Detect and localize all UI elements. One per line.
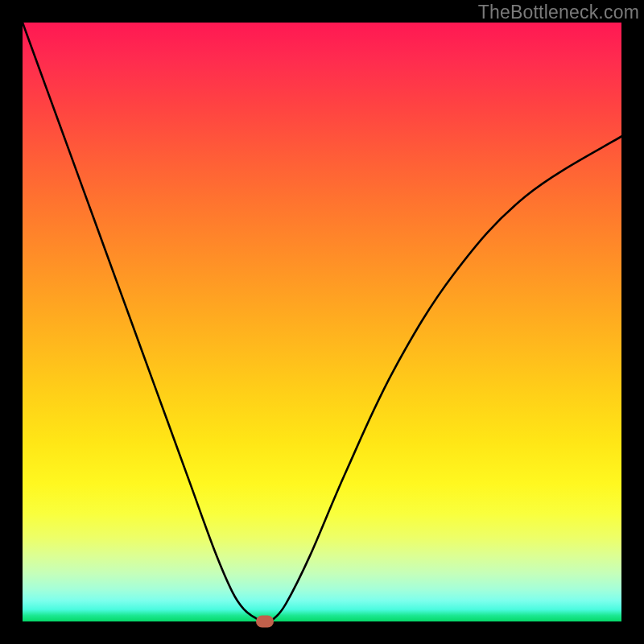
curve-svg <box>23 23 621 621</box>
watermark-text: TheBottleneck.com <box>478 2 639 23</box>
bottleneck-curve <box>23 23 621 621</box>
plot-area <box>23 23 621 621</box>
optimum-marker <box>256 616 274 628</box>
chart-frame: TheBottleneck.com <box>0 0 644 644</box>
